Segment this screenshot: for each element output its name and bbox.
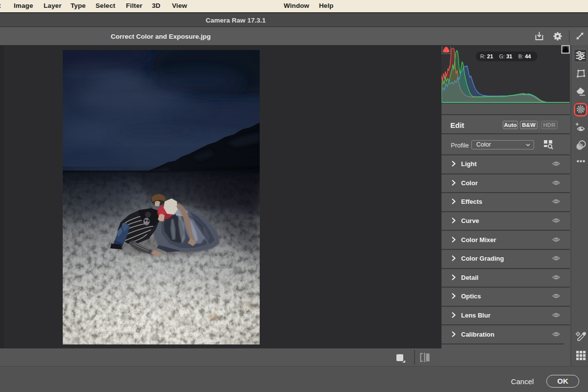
svg-text:R: 21 G: 31 B: 44: R: 21 G: 31 B: 44 (480, 53, 531, 59)
